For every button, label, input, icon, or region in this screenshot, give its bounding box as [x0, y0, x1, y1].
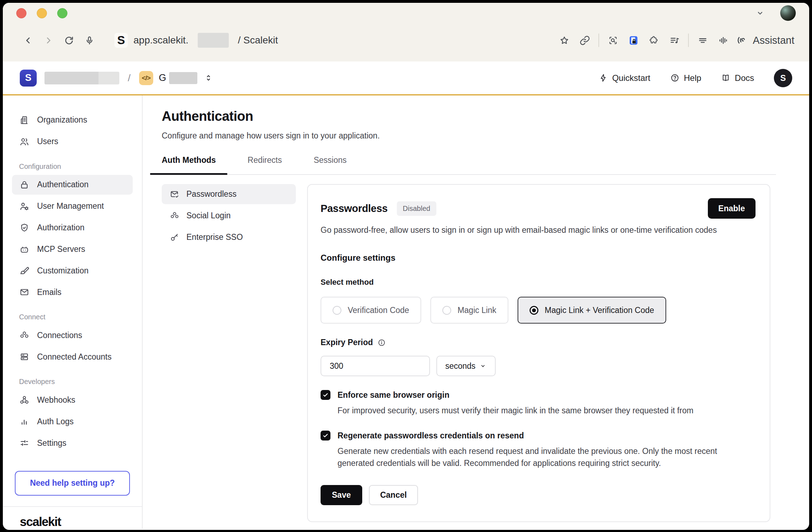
zoom-window-button[interactable] [57, 8, 67, 18]
media-list-icon[interactable] [664, 30, 685, 51]
search-zoom-icon[interactable] [603, 30, 623, 51]
mail-check-icon [169, 189, 180, 199]
help-link[interactable]: Help [670, 73, 701, 83]
regenerate-credentials-label[interactable]: Regenerate passwordless credentials on r… [338, 430, 524, 441]
method-option-magic-link[interactable]: Magic Link [430, 297, 508, 324]
environment-name[interactable]: G [159, 72, 166, 83]
star-icon[interactable] [554, 30, 574, 51]
sidebar-item-user-management[interactable]: User Management [12, 196, 133, 216]
sidebar-item-auth-logs[interactable]: Auth Logs [12, 412, 133, 431]
app-header: S / </> G Quickstart Help Docs S [3, 61, 809, 95]
user-gear-icon [19, 201, 30, 212]
help-label: Help [684, 73, 701, 83]
chevron-down-icon [479, 362, 487, 370]
reader-mode-icon[interactable] [692, 30, 713, 51]
sidebar-item-customization[interactable]: Customization [12, 261, 133, 281]
lock-icon [19, 179, 30, 190]
quickstart-link[interactable]: Quickstart [598, 73, 650, 83]
sidebar: Organizations Users Configuration Authen… [3, 95, 143, 529]
sidebar-item-authentication[interactable]: Authentication [12, 175, 133, 195]
link-icon[interactable] [574, 30, 595, 51]
browser-window: S app.scalekit. / Scalekit Assistant [3, 3, 809, 530]
sidebar-item-emails[interactable]: Emails [12, 282, 133, 302]
sidebar-item-label: Connections [37, 331, 82, 340]
regenerate-credentials-description: Generate new credentials with each resen… [338, 445, 744, 469]
method-option-label: Magic Link [458, 306, 496, 315]
browser-toolbar: S app.scalekit. / Scalekit Assistant [3, 23, 809, 57]
bar-chart-icon [19, 416, 30, 427]
subnav-item-social-login[interactable]: Social Login [162, 206, 296, 226]
cubes-icon [169, 211, 180, 221]
extensions-icon[interactable] [644, 30, 664, 51]
tab-sessions[interactable]: Sessions [314, 155, 346, 174]
user-avatar[interactable]: S [774, 69, 792, 87]
sidebar-item-organizations[interactable]: Organizations [12, 110, 133, 130]
robot-icon [19, 244, 30, 255]
org-logo[interactable]: S [20, 70, 37, 87]
sidebar-item-mcp-servers[interactable]: MCP Servers [12, 240, 133, 259]
mail-icon [19, 287, 30, 297]
subnav-item-label: Enterprise SSO [186, 232, 243, 242]
mic-icon[interactable] [79, 30, 100, 51]
enforce-origin-label[interactable]: Enforce same browser origin [338, 390, 449, 400]
enable-button[interactable]: Enable [708, 198, 756, 219]
method-option-verification-code[interactable]: Verification Code [321, 297, 421, 324]
sidebar-item-label: Webhooks [37, 395, 75, 405]
checkbox-checked-icon[interactable] [321, 431, 330, 441]
tab-redirects[interactable]: Redirects [247, 155, 282, 174]
sidebar-item-authorization[interactable]: Authorization [12, 218, 133, 238]
cancel-button[interactable]: Cancel [369, 485, 418, 505]
subnav-item-enterprise-sso[interactable]: Enterprise SSO [162, 227, 296, 247]
forward-icon[interactable] [38, 30, 59, 51]
sidebar-item-label: Organizations [37, 115, 87, 125]
subnav-item-passwordless[interactable]: Passwordless [162, 184, 296, 204]
reload-icon[interactable] [59, 30, 79, 51]
save-button[interactable]: Save [321, 485, 362, 505]
sidebar-item-users[interactable]: Users [12, 132, 133, 152]
chevron-down-icon[interactable] [755, 8, 765, 18]
close-window-button[interactable] [16, 8, 26, 18]
assistant-wave-icon [736, 34, 748, 46]
expiry-period-input[interactable] [321, 356, 430, 376]
environment-switcher[interactable] [204, 73, 213, 83]
password-manager-icon[interactable] [623, 30, 644, 51]
sidebar-item-settings[interactable]: Settings [12, 433, 133, 453]
info-icon[interactable] [377, 338, 386, 347]
redacted-org-name [44, 72, 119, 84]
sidebar-item-connections[interactable]: Connections [12, 325, 133, 345]
url-text: app.scalekit. [133, 35, 189, 46]
webhook-icon [19, 395, 30, 405]
sidebar-section-configuration: Configuration [19, 162, 133, 171]
redacted-url-segment [198, 33, 229, 48]
assistant-button[interactable]: Assistant [736, 34, 794, 46]
expiry-label-text: Expiry Period [321, 338, 373, 347]
tab-auth-methods[interactable]: Auth Methods [162, 155, 216, 174]
subnav-item-label: Social Login [186, 211, 231, 220]
docs-link[interactable]: Docs [721, 73, 754, 83]
sidebar-item-label: Auth Logs [37, 417, 74, 426]
main-content: Authentication Configure and manage how … [143, 95, 809, 529]
docs-label: Docs [735, 73, 754, 83]
sidebar-item-label: Emails [37, 288, 61, 297]
address-bar[interactable]: S app.scalekit. / Scalekit [114, 33, 554, 48]
method-option-magic-link-verification-code[interactable]: Magic Link + Verification Code [518, 297, 666, 324]
passwordless-panel: Passwordless Disabled Enable Go password… [307, 184, 770, 522]
need-help-button[interactable]: Need help setting up? [15, 471, 130, 496]
organizations-icon [19, 115, 30, 125]
page-title: Authentication [162, 109, 809, 124]
back-icon[interactable] [18, 30, 38, 51]
sidebar-section-connect: Connect [19, 313, 133, 321]
expiry-unit-select[interactable]: seconds [436, 356, 496, 376]
configure-settings-heading: Configure settings [321, 253, 756, 263]
toolbar-divider [688, 34, 689, 47]
voice-bars-icon[interactable] [713, 30, 733, 51]
checkbox-checked-icon[interactable] [321, 390, 330, 400]
sidebar-item-webhooks[interactable]: Webhooks [12, 390, 133, 410]
help-circle-icon [670, 73, 680, 83]
browser-profile-avatar[interactable] [780, 5, 796, 21]
shield-check-icon [19, 223, 30, 233]
sidebar-item-connected-accounts[interactable]: Connected Accounts [12, 347, 133, 367]
sidebar-section-developers: Developers [19, 378, 133, 386]
breadcrumb-separator: / [128, 72, 131, 84]
minimize-window-button[interactable] [37, 8, 47, 18]
